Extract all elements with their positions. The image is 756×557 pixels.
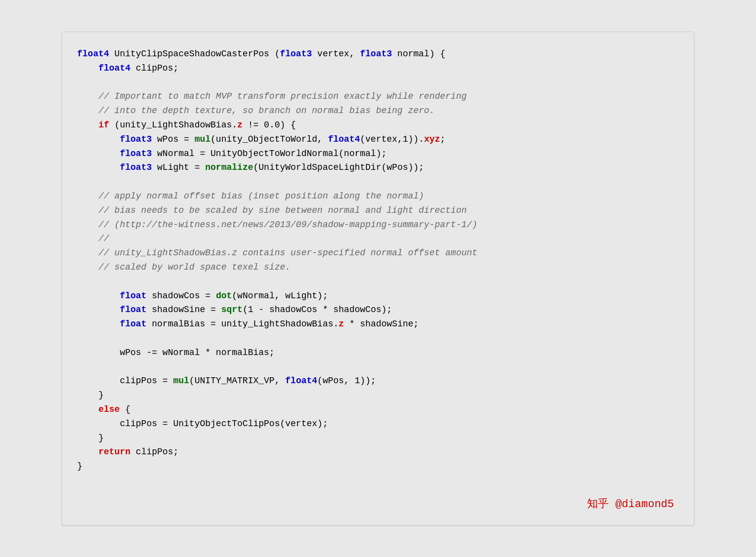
code-line: clipPos = mul(UNITY_MATRIX_VP, float4(wP…: [77, 374, 674, 388]
code-line: float4 clipPos;: [77, 61, 674, 76]
code-line: }: [77, 431, 674, 445]
code-line: float3 wLight = normalize(UnityWorldSpac…: [77, 160, 674, 175]
code-line: // unity_LightShadowBias.z contains user…: [77, 246, 674, 260]
code-line: // Important to match MVP transform prec…: [77, 89, 674, 104]
code-line: if (unity_LightShadowBias.z != 0.0) {: [77, 118, 674, 132]
code-line: [77, 76, 674, 90]
code-line: float3 wPos = mul(unity_ObjectToWorld, f…: [77, 132, 674, 147]
code-line: return clipPos;: [77, 445, 674, 459]
code-line: float3 wNormal = UnityObjectToWorldNorma…: [77, 147, 674, 161]
code-line: float normalBias = unity_LightShadowBias…: [77, 317, 674, 331]
code-line: // bias needs to be scaled by sine betwe…: [77, 203, 674, 218]
code-container: float4 UnityClipSpaceShadowCasterPos (fl…: [62, 32, 694, 525]
code-line: wPos -= wNormal * normalBias;: [77, 346, 674, 360]
code-line: // apply normal offset bias (inset posit…: [77, 189, 674, 203]
code-line: }: [77, 388, 674, 402]
code-line: [77, 331, 674, 346]
code-line: float4 UnityClipSpaceShadowCasterPos (fl…: [77, 47, 674, 61]
code-line: [77, 275, 674, 289]
code-line: clipPos = UnityObjectToClipPos(vertex);: [77, 417, 674, 431]
code-block: float4 UnityClipSpaceShadowCasterPos (fl…: [77, 47, 674, 474]
code-line: // (http://the-witness.net/news/2013/09/…: [77, 218, 674, 232]
code-line: else {: [77, 402, 674, 417]
code-line: [77, 175, 674, 189]
code-line: // into the depth texture, so branch on …: [77, 104, 674, 118]
code-line: }: [77, 459, 674, 474]
code-line: //: [77, 232, 674, 246]
code-line: float shadowSine = sqrt(1 - shadowCos * …: [77, 303, 674, 317]
code-line: float shadowCos = dot(wNormal, wLight);: [77, 289, 674, 303]
code-line: // scaled by world space texel size.: [77, 260, 674, 275]
code-line: [77, 360, 674, 374]
watermark: 知乎 @diamond5: [587, 496, 674, 511]
